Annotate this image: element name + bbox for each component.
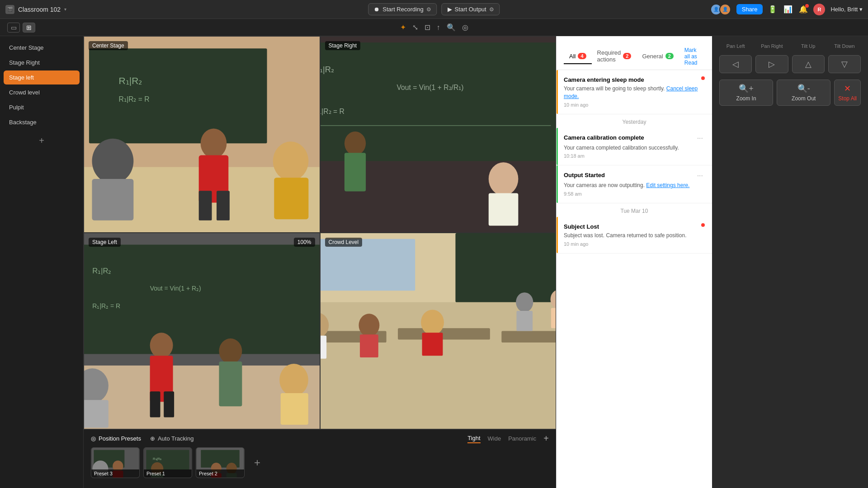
notification-description: Your camera will be going to sleep short… [564,85,705,100]
notification-title-3: Output Started [564,172,605,178]
video-cell-stage-right[interactable]: R₁|R₂ Vout = Vin(1 + R₂/R₁) R₁|R₂ = R St… [320,36,557,233]
svg-text:R₁|R₂: R₁|R₂ [321,65,334,74]
toolbar-left: ▭ ⊞ [7,23,35,33]
svg-rect-22 [488,193,518,225]
pan-left-button[interactable]: ◁ [719,55,752,73]
tab-required-actions[interactable]: Required actions 2 [592,46,637,67]
position-presets-tab[interactable]: ◎ Position Presets [91,435,141,442]
sidebar-item-stage-left[interactable]: Stage left [4,70,80,84]
toolbar: ▭ ⊞ ✦ ⤡ ⊡ ↑ 🔍 ◎ [0,19,868,36]
zoom-icon[interactable]: 🔍 [447,23,456,32]
svg-rect-34 [219,361,242,406]
video-cell-crowd-level[interactable]: Crowd Level [320,233,557,429]
pan-right-label: Pan Right [755,43,788,49]
pan-right-button[interactable]: ▷ [755,55,788,73]
tab-required-count: 2 [623,53,631,59]
add-preset-button[interactable]: + [543,433,549,444]
svg-point-19 [344,131,365,155]
presets-header: ◎ Position Presets ⊕ Auto Tracking Tight… [91,433,549,444]
grid-view-button[interactable]: ⊞ [23,23,35,33]
notification-output-started: Output Started ··· Your cameras are now … [557,165,712,203]
ptz-direction-buttons: ◁ ▷ △ ▽ [719,55,861,73]
tilt-down-icon: ▽ [841,59,848,69]
preset-card-2[interactable]: Preset 2 [196,447,245,478]
output-settings-icon: ⚙ [489,6,494,13]
tight-tab[interactable]: Tight [467,434,480,443]
preset-view-tabs: Tight Wide Panoramic + [467,433,549,444]
svg-rect-45 [501,331,556,343]
export-icon[interactable]: ↑ [437,23,440,32]
tab-general[interactable]: General 2 [637,49,679,64]
crop-icon[interactable]: ⊡ [425,23,430,32]
chevron-down-icon: ▾ [64,7,66,12]
stop-all-button[interactable]: ✕ Stop All [834,80,861,106]
notification-bell[interactable]: 🔔 [799,5,808,14]
notification-time-2: 10:18 am [564,153,705,159]
svg-point-37 [279,364,308,396]
notification-bar-orange-2 [557,217,558,253]
user-avatar: R [813,4,825,15]
svg-text:Vout = Vin(1 + R₂/R₁): Vout = Vin(1 + R₂/R₁) [396,84,463,91]
pan-right-icon: ▷ [769,59,775,69]
zoom-in-button[interactable]: 🔍+ Zoom In [719,80,773,106]
svg-point-11 [273,141,309,181]
stop-all-label: Stop All [838,95,857,102]
notification-header-3: Output Started ··· [564,172,705,180]
expand-icon[interactable]: ⤡ [412,23,418,32]
zoom-out-label: Zoom Out [792,95,816,102]
center-stage-label: Center Stage [89,41,128,50]
mark-all-read-button[interactable]: Mark all as Read [679,43,705,70]
video-area: R₁|R₂ R₁|R₂ = R [84,36,556,488]
start-recording-button[interactable]: ⏺ Start Recording ⚙ [368,3,437,15]
svg-text:R₁|R₂: R₁|R₂ [92,267,111,275]
target-icon[interactable]: ◎ [462,23,468,32]
wide-tab[interactable]: Wide [488,434,501,443]
crowd-level-label: Crowd Level [325,238,363,247]
auto-tracking-tab[interactable]: ⊕ Auto Tracking [150,435,194,442]
svg-rect-42 [455,233,556,302]
notification-menu-button-2[interactable]: ··· [695,134,705,142]
notification-bar-orange [557,70,558,114]
svg-point-33 [219,338,242,364]
svg-rect-24 [84,244,320,354]
sidebar-item-backstage[interactable]: Backstage [4,115,80,129]
presets-list: Preset 3 R₁|R₂ Preset 1 [91,447,549,478]
ptz-zoom-row: 🔍+ Zoom In 🔍- Zoom Out ✕ Stop All [719,80,861,106]
sidebar-item-stage-right[interactable]: Stage Right [4,56,80,70]
share-button[interactable]: Share [736,4,763,14]
sidebar-item-center-stage[interactable]: Center Stage [4,41,80,55]
notification-description-4: Subject was lost. Camera returned to saf… [564,232,705,239]
notification-description-2: Your camera completed calibration succes… [564,144,705,152]
video-cell-center-stage[interactable]: R₁|R₂ R₁|R₂ = R [84,36,320,233]
ptz-direction-labels: Pan Left Pan Right Tilt Up Tilt Down [719,43,861,49]
unread-dot [701,76,705,80]
sidebar-item-pulpit[interactable]: Pulpit [4,100,80,114]
record-icon: ⏺ [374,6,380,13]
svg-rect-53 [516,311,533,331]
notification-menu-button-3[interactable]: ··· [695,172,705,180]
panoramic-tab[interactable]: Panoramic [508,434,536,443]
add-scene-button[interactable]: + [4,133,80,149]
notifications-header: All 4 Required actions 2 General 2 Mark … [557,36,712,70]
notifications-panel: All 4 Required actions 2 General 2 Mark … [556,36,712,488]
sidebar-item-crowd-level[interactable]: Crowd level [4,85,80,99]
preset-card-1[interactable]: R₁|R₂ Preset 1 [143,447,192,478]
notification-header-2: Camera calibration complete ··· [564,134,705,142]
tilt-up-button[interactable]: △ [792,55,825,73]
video-cell-stage-left[interactable]: R₁|R₂ Vout = Vin(1 + R₂) R₁|R₂ = R [84,233,320,429]
tilt-down-button[interactable]: ▽ [828,55,861,73]
cursor-tool-icon[interactable]: ✦ [400,23,406,32]
stop-icon: ✕ [844,84,851,94]
tilt-up-icon: △ [805,59,811,69]
battery-icon: 🔋 [768,5,777,14]
add-preset-inline-button[interactable]: + [248,447,266,478]
preset-card-3[interactable]: Preset 3 [91,447,140,478]
edit-settings-link[interactable]: Edit settings here. [646,182,689,188]
svg-text:R₁|R₂ = R: R₁|R₂ = R [92,302,120,310]
auto-tracking-label: Auto Tracking [158,435,194,442]
tab-all[interactable]: All 4 [564,49,592,64]
single-view-button[interactable]: ▭ [7,23,20,33]
notification-time-3: 9:58 am [564,191,705,197]
zoom-out-button[interactable]: 🔍- Zoom Out [777,80,830,106]
start-output-button[interactable]: ▶ Start Output ⚙ [442,3,500,15]
